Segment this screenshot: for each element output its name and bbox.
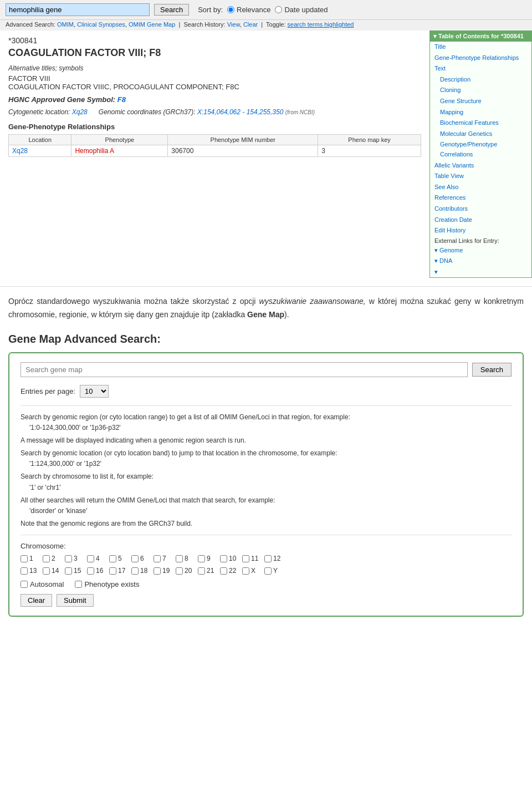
info-section: Search by genomic region (or cyto locati… [21, 405, 511, 529]
main-content: *300841 COAGULATION FACTOR VIII; F8 Alte… [0, 31, 532, 278]
alt-titles-label: Alternative titles; symbols [8, 64, 421, 72]
chr-7[interactable]: 7 [154, 555, 173, 562]
chr-5[interactable]: 5 [109, 555, 129, 562]
toc-item-molgen[interactable]: Molecular Genetics [430, 129, 531, 140]
toc-item-edit-history[interactable]: Edit History [430, 225, 531, 236]
chr-9[interactable]: 9 [198, 555, 218, 562]
toc-item-gp[interactable]: Gene-Phenotype Relationships [430, 53, 531, 64]
chr-1[interactable]: 1 [21, 555, 40, 562]
genomic-coords-link[interactable]: X:154,064,062 - 154,255,350 [197, 108, 283, 116]
chr-15[interactable]: 15 [65, 567, 85, 575]
chr-20[interactable]: 20 [176, 567, 196, 575]
submit-button[interactable]: Submit [57, 594, 93, 607]
gp-table: Location Phenotype Phenotype MIM number … [8, 134, 421, 157]
cell-key: 3 [318, 145, 421, 157]
chr-14[interactable]: 14 [43, 567, 63, 575]
toggle-link[interactable]: search terms highlighted [288, 21, 354, 28]
search-input[interactable]: hemophilia gene [6, 3, 150, 16]
advanced-label: Advanced Search: [6, 21, 55, 28]
cell-mim: 306700 [168, 145, 318, 157]
toc-item-geno-pheno[interactable]: Genotype/Phenotype Correlations [430, 139, 531, 160]
toc-item-title[interactable]: Title [430, 42, 531, 53]
entries-label: Entries per page: [21, 387, 75, 395]
chr-17[interactable]: 17 [109, 567, 129, 575]
advanced-clinical-link[interactable]: Clinical Synopses [77, 21, 125, 28]
entries-select[interactable]: 10 25 50 100 [80, 385, 109, 398]
chr-6[interactable]: 6 [131, 555, 151, 562]
toc-external-dna[interactable]: ▾ DNA [430, 256, 531, 267]
chr-12[interactable]: 12 [264, 555, 284, 562]
toc-item-biochem[interactable]: Biochemical Features [430, 118, 531, 129]
hgnc-label: HGNC Approved Gene Symbol: [8, 95, 115, 104]
chr-11[interactable]: 11 [242, 555, 262, 562]
toc-item-creation[interactable]: Creation Date [430, 215, 531, 226]
chr-22[interactable]: 22 [220, 567, 240, 575]
chr-18[interactable]: 18 [131, 567, 151, 575]
date-label: Date updated [284, 6, 328, 14]
toc-external-label: External Links for Entry: [430, 236, 531, 245]
toc-external-genome[interactable]: ▾ Genome [430, 245, 531, 256]
chr-13[interactable]: 13 [21, 567, 40, 575]
cyto-line: Cytogenetic location: Xq28 Genomic coord… [8, 108, 421, 116]
info-example-4: 'disorder' or 'kinase' [21, 507, 511, 515]
cell-location: Xq28 [9, 145, 71, 157]
chr-19[interactable]: 19 [154, 567, 173, 575]
info-line-1: Search by genomic region (or cyto locati… [21, 412, 511, 423]
sort-relevance-option[interactable]: Relevance [227, 6, 270, 14]
phenotype-exists-label: Phenotype exists [84, 580, 139, 588]
factor-item-1: FACTOR VIII [8, 74, 421, 83]
search-button[interactable]: Search [154, 4, 189, 16]
gene-pheno-title: Gene-Phenotype Relationships [8, 123, 421, 131]
history-view-link[interactable]: View [227, 21, 240, 28]
cyto-location-link[interactable]: Xq28 [72, 108, 88, 116]
toc-item-mapping[interactable]: Mapping [430, 107, 531, 118]
chr-3[interactable]: 3 [65, 555, 85, 562]
toc-item-cloning[interactable]: Cloning [430, 85, 531, 96]
info-example-3: '1' or 'chr1' [21, 484, 511, 491]
chr-X[interactable]: X [242, 567, 262, 575]
advanced-omim-link[interactable]: OMIM [57, 21, 74, 28]
entry-title: COAGULATION FACTOR VIII; F8 [8, 47, 421, 59]
advanced-genemap-link[interactable]: OMIM Gene Map [129, 21, 175, 28]
chromosome-section: Chromosome: 1 2 3 4 5 6 7 8 9 10 11 12 1… [21, 535, 511, 588]
genomic-source: (from NCBI) [285, 109, 315, 115]
gene-map-search-input[interactable] [21, 362, 468, 377]
toc-item-table-view[interactable]: Table View [430, 171, 531, 182]
info-line-4: Search by chromosome to list it, for exa… [21, 471, 511, 482]
chr-4[interactable]: 4 [87, 555, 107, 562]
autosomal-checkbox[interactable]: Autosomal [21, 580, 64, 588]
chr-2[interactable]: 2 [43, 555, 63, 562]
toc-item-gene-structure[interactable]: Gene Structure [430, 96, 531, 107]
gm-search-row: Search [21, 362, 511, 377]
toc-item-desc[interactable]: Description [430, 74, 531, 85]
toc-item-references[interactable]: References [430, 192, 531, 204]
chr-8[interactable]: 8 [176, 555, 196, 562]
chr-21[interactable]: 21 [198, 567, 218, 575]
factor-item-2: COAGULATION FACTOR VIIIC, PROCOAGULANT C… [8, 83, 421, 91]
hgnc-symbol-link[interactable]: F8 [117, 95, 126, 104]
toc-item-contributors[interactable]: Contributors [430, 204, 531, 215]
chromosome-label: Chromosome: [21, 542, 511, 550]
phenotype-exists-checkbox[interactable]: Phenotype exists [75, 580, 139, 588]
toc-box: ▾ Table of Contents for *300841 Title Ge… [429, 31, 532, 278]
chr-10[interactable]: 10 [220, 555, 240, 562]
entries-row: Entries per page: 10 25 50 100 [21, 385, 511, 398]
sort-date-option[interactable]: Date updated [275, 6, 328, 14]
cell-phenotype: Hemophilia A [71, 145, 168, 157]
gene-map-search-button[interactable]: Search [472, 363, 511, 377]
autosomal-label: Autosomal [30, 580, 64, 588]
advanced-bar: Advanced Search: OMIM, Clinical Synopses… [0, 20, 532, 31]
history-clear-link[interactable]: Clear [243, 21, 258, 28]
toc-item-allelic[interactable]: Allelic Variants [430, 160, 531, 171]
top-bar: hemophilia gene Search Sort by: Relevanc… [0, 0, 532, 20]
chr-row1: 1 2 3 4 5 6 7 8 9 10 11 12 [21, 555, 511, 562]
hgnc-line: HGNC Approved Gene Symbol: F8 [8, 95, 421, 104]
toc-item-see-also[interactable]: See Also [430, 182, 531, 193]
toc-external-other[interactable]: ▾ [430, 267, 531, 278]
section-heading: Gene Map Advanced Search: [8, 333, 524, 346]
toc-item-text[interactable]: Text [430, 63, 531, 74]
chr-Y[interactable]: Y [264, 567, 284, 575]
chr-16[interactable]: 16 [87, 567, 107, 575]
table-row: Xq28 Hemophilia A 306700 3 [9, 145, 421, 157]
clear-button[interactable]: Clear [21, 594, 52, 607]
